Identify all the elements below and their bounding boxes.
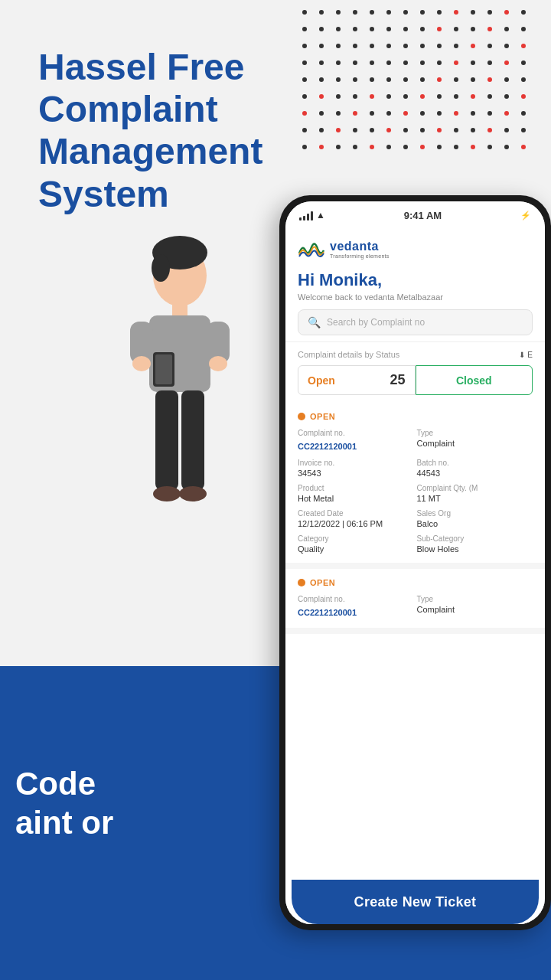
created-date-label: Created Date (298, 509, 414, 518)
product-label: Product (298, 484, 414, 492)
complaint-qty-value: 11 MT (417, 494, 533, 503)
dot-pattern (291, 0, 551, 168)
welcome-subtitle: Welcome back to vedanta Metalbazaar (298, 292, 533, 302)
status-label: OPEN (310, 412, 335, 421)
status-bar: ▲ 9:41 AM ⚡ (285, 201, 545, 229)
invoice-value: 34543 (298, 469, 414, 478)
card-details-grid-2: Complaint no. CC2212120001 Type Complain… (298, 595, 533, 619)
type-value-2: Complaint (417, 605, 533, 614)
card-status-badge: OPEN (298, 412, 533, 421)
svg-rect-10 (155, 354, 172, 384)
search-placeholder: Search by Complaint no (327, 317, 425, 328)
subcategory-label: Sub-Category (417, 534, 533, 543)
signal-bars-icon (299, 210, 313, 220)
phone-mockup: ▲ 9:41 AM ⚡ vedanta (279, 195, 551, 930)
field-batch: Batch no. 44543 (417, 459, 533, 478)
status-section-header: Complaint details by Status ⬇ E (285, 342, 545, 365)
card-status-badge-2: OPEN (298, 578, 533, 587)
app-header: vedanta Transforming elements Hi Monika,… (285, 229, 545, 342)
logo-text: vedanta Transforming elements (330, 240, 390, 259)
field-created-date: Created Date 12/12/2022 | 06:16 PM (298, 509, 414, 528)
hero-title: Hassel Free Complaint Management System (38, 46, 253, 215)
svg-rect-12 (181, 390, 204, 490)
tab-open[interactable]: Open 25 (298, 365, 416, 395)
logo-area: vedanta Transforming elements (298, 238, 533, 260)
export-button[interactable]: ⬇ E (519, 351, 533, 359)
tab-closed[interactable]: Closed (416, 365, 533, 395)
export-icon: ⬇ (519, 351, 525, 359)
field-product: Product Hot Metal (298, 484, 414, 503)
tab-open-count: 25 (390, 372, 405, 388)
product-value: Hot Metal (298, 494, 414, 503)
complaint-card-2[interactable]: OPEN Complaint no. CC2212120001 Type Com… (285, 569, 545, 634)
status-left: ▲ (299, 210, 325, 220)
svg-point-2 (152, 254, 170, 282)
category-label: Category (298, 534, 414, 543)
status-time: 9:41 AM (404, 210, 442, 221)
complaint-no-label: Complaint no. (298, 429, 414, 437)
batch-label: Batch no. (417, 459, 533, 467)
logo-name: vedanta (330, 240, 390, 253)
tab-open-label: Open (308, 374, 335, 387)
svg-point-8 (209, 356, 227, 371)
invoice-label: Invoice no. (298, 459, 414, 467)
type-label: Type (417, 429, 533, 437)
field-invoice: Invoice no. 34543 (298, 459, 414, 478)
search-icon: 🔍 (308, 316, 321, 328)
card-details-grid: Complaint no. CC2212120001 Type Complain… (298, 429, 533, 554)
field-type-2: Type Complaint (417, 595, 533, 619)
wifi-icon: ▲ (316, 210, 325, 220)
svg-point-14 (179, 486, 207, 501)
create-ticket-button[interactable]: Create New Ticket (292, 880, 539, 924)
complaint-no-value-2[interactable]: CC2212120001 (298, 608, 357, 617)
vedanta-logo-waves-icon (298, 238, 325, 260)
app-content: vedanta Transforming elements Hi Monika,… (285, 229, 545, 924)
greeting-title: Hi Monika, (298, 270, 533, 290)
complaint-qty-label: Complaint Qty. (M (417, 484, 533, 492)
logo-tagline: Transforming elements (330, 253, 390, 259)
battery-icon: ⚡ (520, 211, 531, 220)
field-subcategory: Sub-Category Blow Holes (417, 534, 533, 554)
sales-org-value: Balco (417, 519, 533, 528)
field-category: Category Quality (298, 534, 414, 554)
person-illustration (92, 230, 268, 674)
status-dot-icon (298, 413, 305, 420)
complaint-no-label-2: Complaint no. (298, 595, 414, 603)
complaints-list: OPEN Complaint no. CC2212120001 Type Com… (285, 403, 545, 924)
field-complaint-no: Complaint no. CC2212120001 (298, 429, 414, 452)
type-label-2: Type (417, 595, 533, 603)
status-section-title: Complaint details by Status (298, 350, 399, 359)
sales-org-label: Sales Org (417, 509, 533, 518)
svg-point-13 (153, 486, 181, 501)
field-complaint-no-2: Complaint no. CC2212120001 (298, 595, 414, 619)
phone-inner: ▲ 9:41 AM ⚡ vedanta (285, 201, 545, 924)
status-label-2: OPEN (310, 578, 335, 587)
category-value: Quality (298, 544, 414, 554)
bottom-hero-text: Code aint or (15, 765, 113, 842)
tab-closed-label: Closed (456, 374, 492, 387)
search-bar[interactable]: 🔍 Search by Complaint no (298, 309, 533, 335)
subcategory-value: Blow Holes (417, 544, 533, 554)
status-tabs: Open 25 Closed (285, 365, 545, 395)
status-dot-icon-2 (298, 579, 305, 586)
svg-rect-11 (155, 390, 178, 490)
created-date-value: 12/12/2022 | 06:16 PM (298, 519, 414, 528)
complaint-no-value[interactable]: CC2212120001 (298, 442, 357, 451)
svg-point-7 (132, 356, 151, 371)
batch-value: 44543 (417, 469, 533, 478)
hero-text: Hassel Free Complaint Management System (38, 46, 253, 215)
field-complaint-qty: Complaint Qty. (M 11 MT (417, 484, 533, 503)
type-value: Complaint (417, 439, 533, 448)
vedanta-logo: vedanta Transforming elements (298, 238, 390, 260)
field-type: Type Complaint (417, 429, 533, 452)
create-ticket-label: Create New Ticket (354, 894, 477, 910)
field-sales-org: Sales Org Balco (417, 509, 533, 528)
complaint-card[interactable]: OPEN Complaint no. CC2212120001 Type Com… (285, 403, 545, 569)
